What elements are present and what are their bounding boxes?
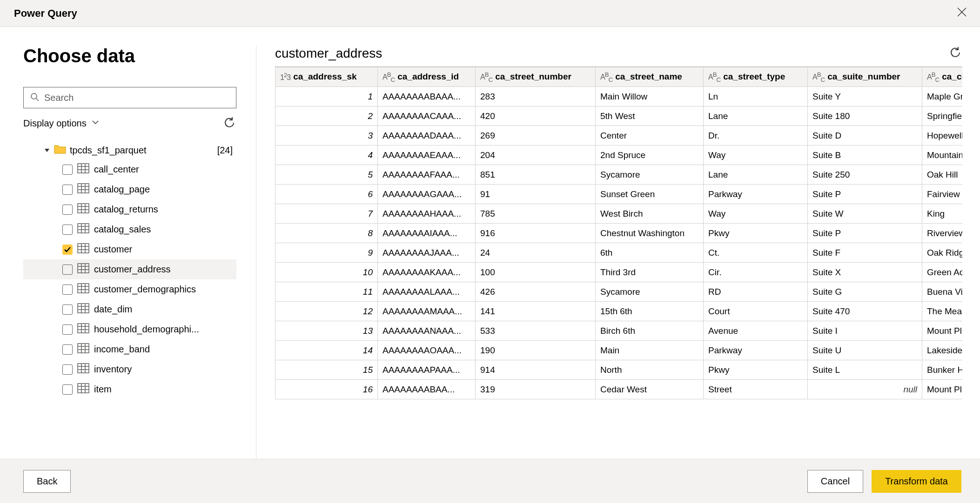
checkbox[interactable] xyxy=(62,205,73,215)
table-cell: Parkway xyxy=(704,185,808,204)
table-cell: RD xyxy=(704,282,808,302)
table-cell: Main xyxy=(596,341,704,360)
table-cell: 91 xyxy=(476,185,596,204)
tree-item-label: inventory xyxy=(94,364,132,375)
table-cell: 2 xyxy=(275,106,378,126)
tree-item[interactable]: catalog_sales xyxy=(23,219,236,239)
tree-item-label: customer_address xyxy=(94,264,171,275)
svg-rect-57 xyxy=(78,384,89,393)
table-cell: Suite I xyxy=(808,321,922,341)
tree-item[interactable]: income_band xyxy=(23,339,236,359)
back-button[interactable]: Back xyxy=(23,470,71,493)
table-cell: 319 xyxy=(476,380,596,399)
checkbox[interactable] xyxy=(62,344,73,355)
column-header[interactable]: ABCca_street_type xyxy=(704,67,808,87)
tree-item[interactable]: customer_demographics xyxy=(23,279,236,299)
table-cell: West Birch xyxy=(596,204,704,224)
tree-item[interactable]: household_demographi... xyxy=(23,319,236,339)
table-cell: 426 xyxy=(476,282,596,302)
checkbox[interactable] xyxy=(62,185,73,195)
table-row[interactable]: 8AAAAAAAAIAAA...916Chestnut WashingtonPk… xyxy=(275,224,963,243)
cancel-button[interactable]: Cancel xyxy=(807,470,863,493)
table-cell: AAAAAAAAJAAA... xyxy=(378,243,476,263)
table-cell: 916 xyxy=(476,224,596,243)
table-cell: Third 3rd xyxy=(596,263,704,282)
table-cell: 4 xyxy=(275,146,378,165)
tree-folder[interactable]: tpcds_sf1_parquet [24] xyxy=(23,141,236,159)
table-row[interactable]: 16AAAAAAAABAA...319Cedar WestStreetnullM… xyxy=(275,380,963,399)
table-cell: Suite X xyxy=(808,263,922,282)
checkbox[interactable] xyxy=(62,225,73,235)
tree-item[interactable]: customer xyxy=(23,239,236,259)
tree-item[interactable]: call_center xyxy=(23,159,236,179)
table-cell: 2nd Spruce xyxy=(596,146,704,165)
checkbox[interactable] xyxy=(62,165,73,175)
checkbox[interactable] xyxy=(62,245,73,255)
table-cell: Green Acres xyxy=(922,263,963,282)
table-cell: Suite W xyxy=(808,204,922,224)
column-header[interactable]: ABCca_street_name xyxy=(596,67,704,87)
collapse-icon[interactable] xyxy=(44,145,50,156)
table-row[interactable]: 15AAAAAAAAPAAA...914NorthPkwySuite LBunk… xyxy=(275,360,963,380)
table-cell: 16 xyxy=(275,380,378,399)
table-row[interactable]: 13AAAAAAAANAAA...533Birch 6thAvenueSuite… xyxy=(275,321,963,341)
tree-item-label: customer xyxy=(94,244,132,255)
table-cell: Cedar West xyxy=(596,380,704,399)
table-cell: 14 xyxy=(275,341,378,360)
table-row[interactable]: 3AAAAAAAADAAA...269CenterDr.Suite DHopew… xyxy=(275,126,963,146)
tree-item[interactable]: item xyxy=(23,379,236,399)
tree-item-label: catalog_page xyxy=(94,184,150,195)
table-row[interactable]: 10AAAAAAAAKAAA...100Third 3rdCir.Suite X… xyxy=(275,263,963,282)
checkbox[interactable] xyxy=(62,364,73,375)
transform-data-button[interactable]: Transform data xyxy=(872,470,961,493)
table-cell: 190 xyxy=(476,341,596,360)
table-row[interactable]: 12AAAAAAAAMAAA...14115th 6thCourtSuite 4… xyxy=(275,302,963,321)
table-cell: 6th xyxy=(596,243,704,263)
table-row[interactable]: 4AAAAAAAAEAAA...2042nd SpruceWaySuite BM… xyxy=(275,146,963,165)
table-cell: Maple Grove xyxy=(922,87,963,106)
checkbox[interactable] xyxy=(62,265,73,275)
table-cell: Buena Vista xyxy=(922,282,963,302)
search-input[interactable] xyxy=(44,93,229,103)
column-header[interactable]: ABCca_street_number xyxy=(476,67,596,87)
table-cell: Bunker Hill xyxy=(922,360,963,380)
table-cell: 15th 6th xyxy=(596,302,704,321)
table-row[interactable]: 14AAAAAAAAOAAA...190MainParkwaySuite ULa… xyxy=(275,341,963,360)
table-cell: Sycamore xyxy=(596,165,704,185)
table-cell: 5 xyxy=(275,165,378,185)
table-row[interactable]: 11AAAAAAAALAAA...426Sycamore RDSuite GBu… xyxy=(275,282,963,302)
column-header[interactable]: ABCca_city xyxy=(922,67,963,87)
display-options-dropdown[interactable]: Display options xyxy=(23,118,100,129)
table-row[interactable]: 6AAAAAAAAGAAA...91Sunset GreenParkwaySui… xyxy=(275,185,963,204)
close-icon[interactable] xyxy=(953,4,971,22)
table-row[interactable]: 2AAAAAAAACAAA...4205th WestLaneSuite 180… xyxy=(275,106,963,126)
table-cell: Avenue xyxy=(704,321,808,341)
svg-rect-52 xyxy=(78,364,89,373)
search-box[interactable] xyxy=(23,87,236,108)
refresh-icon[interactable] xyxy=(222,116,236,131)
column-name: ca_street_number xyxy=(495,72,571,82)
checkbox[interactable] xyxy=(62,324,73,335)
tree-item[interactable]: inventory xyxy=(23,359,236,379)
tree-item[interactable]: catalog_page xyxy=(23,179,236,199)
preview-refresh-icon[interactable] xyxy=(948,46,962,61)
table-cell: 6 xyxy=(275,185,378,204)
checkbox[interactable] xyxy=(62,304,73,315)
table-cell: 914 xyxy=(476,360,596,380)
table-cell: 204 xyxy=(476,146,596,165)
table-row[interactable]: 7AAAAAAAAHAAA...785West BirchWaySuite WK… xyxy=(275,204,963,224)
column-header[interactable]: ABCca_suite_number xyxy=(808,67,922,87)
column-header[interactable]: ABCca_address_id xyxy=(378,67,476,87)
column-header[interactable]: 123ca_address_sk xyxy=(275,67,378,87)
tree-item[interactable]: catalog_returns xyxy=(23,199,236,219)
table-row[interactable]: 1AAAAAAAABAAA...283Main WillowLnSuite YM… xyxy=(275,87,963,106)
column-name: ca_street_name xyxy=(615,72,682,82)
preview-table[interactable]: 123ca_address_skABCca_address_idABCca_st… xyxy=(275,66,962,399)
table-row[interactable]: 9AAAAAAAAJAAA...246th Ct.Suite FOak Ridg… xyxy=(275,243,963,263)
tree-item[interactable]: customer_address xyxy=(23,259,236,279)
title-bar: Power Query xyxy=(0,0,980,27)
tree-item[interactable]: date_dim xyxy=(23,299,236,319)
checkbox[interactable] xyxy=(62,384,73,395)
table-row[interactable]: 5AAAAAAAAFAAA...851Sycamore LaneSuite 25… xyxy=(275,165,963,185)
checkbox[interactable] xyxy=(62,285,73,295)
